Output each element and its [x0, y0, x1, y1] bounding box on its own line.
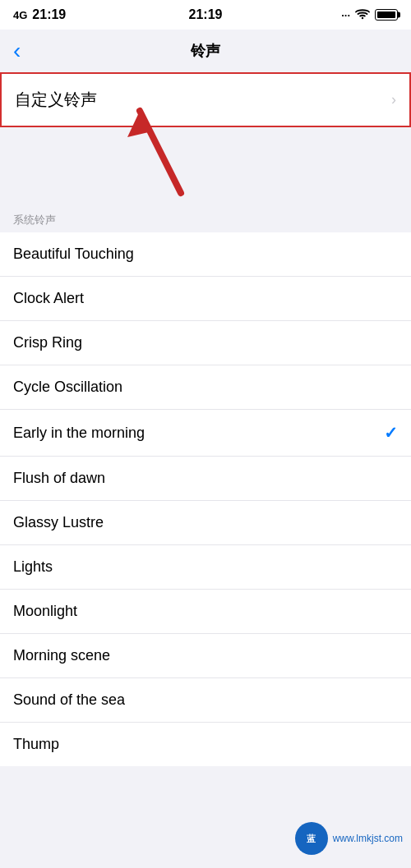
ringtone-name: Thump: [13, 736, 59, 753]
ringtone-name: Glassy Lustre: [13, 514, 104, 531]
ringtone-name: Moonlight: [13, 603, 77, 620]
section-header-system-ringtones: 系统铃声: [0, 201, 411, 232]
custom-ringtone-chevron-icon: ›: [391, 91, 396, 108]
ringtone-name: Cycle Oscillation: [13, 379, 122, 396]
custom-ringtone-label: 自定义铃声: [15, 89, 97, 111]
ringtone-item[interactable]: Beautiful Touching: [0, 232, 411, 277]
network-type: 4G: [13, 9, 27, 21]
ringtone-item[interactable]: Cycle Oscillation: [0, 365, 411, 410]
wifi-icon: [355, 9, 370, 21]
ringtone-item[interactable]: Clock Alert: [0, 277, 411, 321]
ringtone-item[interactable]: Morning scene: [0, 634, 411, 678]
dots-icon: ···: [341, 9, 350, 21]
ringtone-item[interactable]: Flush of dawn: [0, 457, 411, 501]
ringtone-item[interactable]: Crisp Ring: [0, 321, 411, 365]
page-header: ‹ 铃声: [0, 30, 411, 72]
status-left: 4G 21:19: [13, 7, 66, 22]
custom-ringtone-item[interactable]: 自定义铃声 ›: [2, 74, 409, 126]
page-title: 铃声: [191, 41, 220, 61]
watermark-url: www.lmkjst.com: [333, 833, 403, 844]
custom-ringtone-section[interactable]: 自定义铃声 ›: [0, 72, 411, 127]
ringtone-item[interactable]: Sound of the sea: [0, 678, 411, 723]
ringtone-name: Lights: [13, 558, 53, 576]
ringtone-name: Morning scene: [13, 647, 110, 664]
back-chevron-icon[interactable]: ‹: [13, 39, 21, 62]
ringtone-name: Early in the morning: [13, 425, 145, 442]
ringtone-list: Beautiful TouchingClock AlertCrisp RingC…: [0, 232, 411, 766]
ringtone-name: Sound of the sea: [13, 691, 125, 709]
ringtone-item[interactable]: Thump: [0, 723, 411, 766]
battery-icon: [375, 9, 398, 21]
watermark-icon: 蓝: [295, 822, 328, 855]
ringtone-name: Beautiful Touching: [13, 246, 134, 263]
ringtone-name: Clock Alert: [13, 290, 84, 307]
ringtone-item[interactable]: Lights: [0, 545, 411, 590]
ringtone-item[interactable]: Glassy Lustre: [0, 501, 411, 545]
selected-checkmark-icon: ✓: [384, 423, 398, 443]
status-right: ···: [341, 9, 398, 21]
ringtone-name: Crisp Ring: [13, 334, 82, 351]
ringtone-item[interactable]: Early in the morning✓: [0, 410, 411, 457]
status-bar: 4G 21:19 21:19 ···: [0, 0, 411, 30]
time-display: 21:19: [189, 7, 223, 22]
ringtone-name: Flush of dawn: [13, 470, 105, 487]
ringtone-item[interactable]: Moonlight: [0, 590, 411, 634]
watermark: 蓝 www.lmkjst.com: [295, 822, 403, 855]
back-button[interactable]: ‹: [13, 39, 21, 62]
network-speed: 21:19: [32, 7, 66, 22]
watermark-icon-text: 蓝: [307, 833, 316, 845]
